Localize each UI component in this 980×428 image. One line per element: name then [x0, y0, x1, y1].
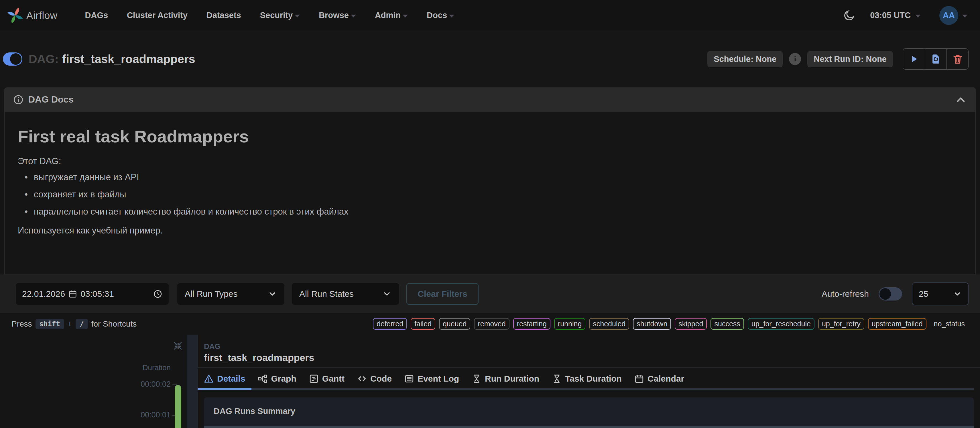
run-states-select[interactable]: All Run States — [292, 283, 399, 305]
chevron-down-icon — [953, 290, 962, 298]
nav-item-cluster-activity[interactable]: Cluster Activity — [127, 11, 188, 20]
clear-filters-button[interactable]: Clear Filters — [406, 283, 479, 305]
schedule-badge: Schedule: None — [707, 51, 783, 67]
tab-calendar[interactable]: Calendar — [628, 368, 690, 390]
status-legend: deferredfailedqueuedremovedrestartingrun… — [373, 318, 969, 330]
status-badge-up-for-reschedule[interactable]: up_for_reschedule — [748, 318, 815, 330]
status-badge-shutdown[interactable]: shutdown — [633, 318, 671, 330]
docs-footer: Используется как учебный пример. — [18, 226, 962, 236]
dag-pause-toggle[interactable] — [3, 53, 22, 65]
tab-gantt[interactable]: Gantt — [303, 368, 351, 390]
nav-item-datasets[interactable]: Datasets — [207, 11, 241, 20]
caret-down-icon — [962, 14, 967, 18]
grid-panel: Duration 00:00:02 00:00:01 — [0, 335, 187, 428]
info-icon[interactable]: i — [789, 53, 801, 65]
code-icon — [357, 374, 367, 383]
status-badge-upstream-failed[interactable]: upstream_failed — [868, 318, 926, 330]
shortcuts-hint: Press shift + / for Shortcuts — [11, 319, 137, 329]
calendar-icon — [634, 374, 644, 383]
details-icon — [204, 374, 214, 383]
status-badge-success[interactable]: success — [711, 318, 744, 330]
gantt-icon — [309, 374, 319, 383]
workspace: Duration 00:00:02 00:00:01 DAG first_tas… — [0, 335, 980, 428]
duration-axis-label: Duration — [143, 363, 171, 372]
status-badge-skipped[interactable]: skipped — [675, 318, 707, 330]
brand-name: Airflow — [26, 10, 57, 21]
timezone-selector[interactable]: 03:05 UTC — [870, 11, 920, 20]
details-panel: DAG first_task_roadmappers Details Graph… — [197, 335, 980, 428]
graph-icon — [258, 374, 267, 383]
dag-docs-panel: DAG Docs First real task Roadmappers Это… — [4, 88, 976, 274]
duration-tick: 00:00:02 — [141, 380, 171, 389]
slash-key: / — [76, 319, 88, 329]
trigger-dag-button[interactable] — [903, 49, 925, 69]
tab-details[interactable]: Details — [197, 368, 251, 390]
page-size-select[interactable]: 25 — [912, 282, 969, 305]
collapse-panel-icon[interactable] — [173, 341, 183, 351]
summary-table-header-strip — [204, 426, 974, 428]
docs-bullet: параллельно считает количество файлов и … — [34, 207, 962, 217]
run-types-select[interactable]: All Run Types — [177, 283, 285, 305]
status-badge-queued[interactable]: queued — [439, 318, 470, 330]
status-badge-removed[interactable]: removed — [474, 318, 509, 330]
moon-icon[interactable] — [843, 10, 855, 21]
nav-item-docs[interactable]: Docs — [427, 11, 454, 20]
status-badge-running[interactable]: running — [554, 318, 585, 330]
nav-item-admin[interactable]: Admin — [375, 11, 408, 20]
dag-docs-title: DAG Docs — [29, 94, 73, 105]
selected-dag-id: first_task_roadmappers — [204, 352, 980, 363]
shift-key: shift — [35, 319, 64, 329]
dag-runs-summary-title: DAG Runs Summary — [214, 407, 974, 416]
breadcrumb: DAG — [204, 342, 980, 351]
calendar-icon — [68, 290, 77, 298]
event-log-icon — [404, 374, 414, 383]
status-badge-no-status[interactable]: no_status — [930, 318, 969, 330]
status-badge-deferred[interactable]: deferred — [373, 318, 407, 330]
caret-down-icon — [402, 14, 408, 18]
page-root: Airflow DAGs Cluster Activity Datasets S… — [0, 0, 980, 428]
avatar: AA — [939, 6, 958, 25]
nav-item-security[interactable]: Security — [260, 11, 300, 20]
panel-resize-gutter[interactable] — [187, 335, 197, 428]
nav-item-browse[interactable]: Browse — [319, 11, 356, 20]
user-menu[interactable]: AA — [939, 6, 967, 25]
tab-event-log[interactable]: Event Log — [398, 368, 465, 390]
duration-tick: 00:00:01 — [141, 410, 171, 419]
details-panel-header: DAG first_task_roadmappers — [197, 335, 980, 368]
docs-intro: Этот DAG: — [18, 156, 962, 167]
reparse-icon — [931, 54, 941, 64]
dag-docs-header[interactable]: DAG Docs — [4, 88, 976, 112]
status-badge-restarting[interactable]: restarting — [513, 318, 550, 330]
nav-item-dags[interactable]: DAGs — [85, 11, 108, 20]
tab-task-duration[interactable]: Task Duration — [546, 368, 628, 390]
tab-code[interactable]: Code — [351, 368, 398, 390]
dag-prefix: DAG: — [29, 53, 59, 65]
play-icon — [908, 54, 919, 64]
docs-bullet: выгружает данные из API — [34, 172, 962, 183]
status-badge-up-for-retry[interactable]: up_for_retry — [818, 318, 864, 330]
chevron-up-icon[interactable] — [955, 93, 967, 106]
dag-run-bar[interactable] — [175, 385, 181, 428]
reparse-dag-button[interactable] — [925, 49, 947, 69]
tab-graph[interactable]: Graph — [251, 368, 302, 390]
auto-refresh-toggle[interactable] — [879, 287, 902, 301]
toggle-knob — [10, 53, 21, 65]
filter-bar: 22.01.2026 03:05:31 All Run Types All Ru… — [0, 274, 980, 313]
caret-down-icon — [351, 14, 356, 18]
auto-refresh-label: Auto-refresh — [822, 289, 869, 299]
toggle-knob — [880, 288, 891, 300]
delete-dag-button[interactable] — [947, 49, 968, 69]
filter-right: Auto-refresh 25 — [822, 282, 969, 305]
docs-bullet: сохраняет их в файлы — [34, 189, 962, 200]
airflow-logo-icon — [7, 7, 24, 24]
status-badge-failed[interactable]: failed — [410, 318, 435, 330]
dag-header-actions: Schedule: None i Next Run ID: None — [707, 48, 969, 70]
tab-run-duration[interactable]: Run Duration — [465, 368, 546, 390]
caret-down-icon — [449, 14, 454, 18]
airflow-brand[interactable]: Airflow — [7, 7, 57, 24]
base-date-input[interactable]: 22.01.2026 03:05:31 — [16, 283, 169, 305]
caret-down-icon — [915, 14, 920, 18]
status-badge-scheduled[interactable]: scheduled — [589, 318, 629, 330]
top-navbar: Airflow DAGs Cluster Activity Datasets S… — [0, 0, 980, 31]
dag-id: first_task_roadmappers — [62, 53, 195, 65]
